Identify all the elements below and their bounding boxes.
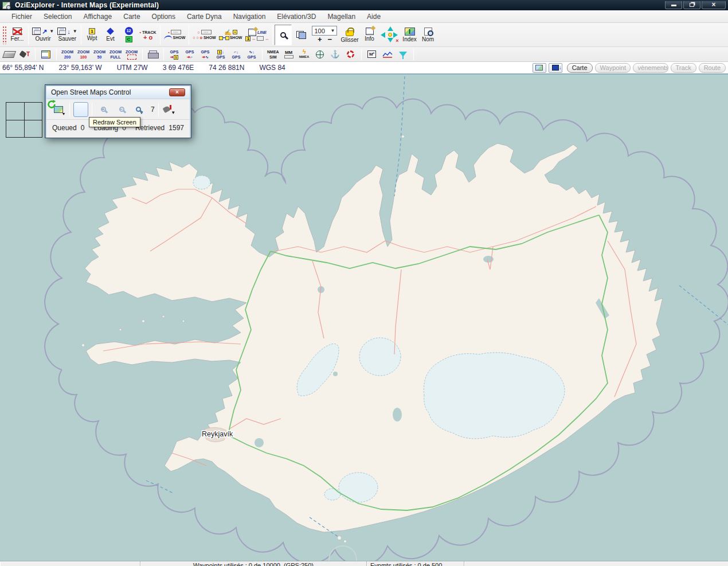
waypoint-button[interactable]: 1 Wpt	[83, 24, 101, 46]
menu-navigation[interactable]: Navigation	[228, 11, 272, 22]
zoom-out-button[interactable]: −	[327, 36, 332, 44]
restore-button[interactable]	[683, 1, 700, 9]
menu-magellan[interactable]: Magellan	[322, 11, 361, 22]
zoom-area-button[interactable]: ZOOM	[124, 48, 139, 61]
zoom-in-button[interactable]: +	[318, 36, 322, 44]
menu-carte-dyna[interactable]: Carte Dyna	[181, 11, 228, 22]
osm-zoom-out-button[interactable]: −	[114, 102, 129, 117]
show-waypoints-button[interactable]: ○▫▫▫ ○ ○ oSHOW	[191, 24, 217, 46]
send-routes-gps-button[interactable]: GPS ➜⌐	[183, 48, 197, 61]
filter-button[interactable]	[396, 48, 410, 61]
osm-control-dialog[interactable]: Open Street Maps Control × + −	[45, 84, 191, 138]
map-index-button[interactable]: I Index	[401, 24, 419, 46]
zoom-50-button[interactable]: ZOOM 50	[92, 48, 107, 61]
app-window: OziExplorer - Internet Maps (Experimenta…	[0, 0, 728, 566]
zoom-percent-combo[interactable]: 100 ▼	[312, 26, 337, 36]
save-map-button[interactable]: ↓▼ Sauver	[56, 24, 79, 46]
osm-zoom-level-button[interactable]: ▼	[132, 102, 147, 117]
area-calc-button[interactable]: M²	[365, 48, 379, 61]
osm-redraw-button[interactable]	[73, 102, 88, 117]
close-map-button[interactable]: Fer...	[8, 24, 26, 46]
find-track-button: Track	[671, 63, 696, 73]
combo-dropdown-icon: ▼	[331, 28, 335, 33]
anchor-alarm-button[interactable]: ⚓	[328, 48, 342, 61]
open-map-button[interactable]: ↗▼ Ouvrir	[30, 24, 56, 46]
save-dropdown-icon: ▼	[73, 29, 77, 34]
toolbar-grip[interactable]	[2, 26, 7, 44]
close-icon: ×	[711, 1, 715, 9]
menu-carte[interactable]: Carte	[118, 11, 146, 22]
zoom-200-button[interactable]: ZOOM 200	[60, 48, 75, 61]
menu-fichier[interactable]: Fichier	[6, 11, 38, 22]
menu-aide[interactable]: Aide	[361, 11, 386, 22]
menu-options[interactable]: Options	[146, 11, 181, 22]
name-search-button[interactable]: Nom	[419, 24, 437, 46]
osm-close-button[interactable]: ×	[169, 88, 185, 96]
ruler-icon	[2, 51, 16, 58]
map-canvas[interactable]: Reykjavík Open Street Maps Control ×	[0, 75, 728, 561]
osm-settings-button[interactable]: ▼	[162, 102, 177, 117]
osm-zoom-in-button[interactable]: +	[96, 102, 111, 117]
show-tracks-button[interactable]: ▪▫▫▫ SHOW	[162, 24, 187, 46]
drag-lock-button[interactable]: Glisser	[339, 24, 360, 46]
datum-readout: WGS 84	[259, 64, 285, 72]
zoom-rect-icon	[127, 54, 136, 60]
osm-zoom-level-value: 7	[151, 106, 155, 114]
latitude-readout: 66° 55,894' N	[2, 64, 44, 72]
zoom-full-button[interactable]: ZOOM FULL	[108, 48, 123, 61]
main-toolbar: Fer... ↗▼ Ouvrir ↓▼ Sauver 1 Wpt Evt 12 …	[0, 23, 728, 47]
event-button[interactable]: Evt	[101, 24, 120, 46]
notes-button[interactable]	[39, 48, 53, 61]
glacier-vatnajokull	[424, 353, 565, 439]
title-bar: OziExplorer - Internet Maps (Experimenta…	[0, 0, 728, 10]
pan-control[interactable]: ×	[379, 24, 401, 46]
get-routes-gps-button[interactable]: ⌐↓ GPS	[229, 48, 243, 61]
zoom-100-button[interactable]: ZOOM 100	[76, 48, 91, 61]
get-tracks-gps-button[interactable]: ∿↓ GPS	[245, 48, 259, 61]
nmea-comm-button[interactable]: ϟ NMEA	[298, 48, 311, 61]
waypoint-numbers-toggle[interactable]: 12 C	[120, 24, 138, 46]
zoom-in-lens-icon: +	[101, 107, 106, 112]
index-map-icon: I	[405, 28, 415, 36]
status-events: Evnmts utilisés : 0 de 500	[367, 561, 464, 566]
adjust-tool-button[interactable]	[18, 48, 32, 61]
get-waypoints-gps-button[interactable]: 1↓ GPS	[214, 48, 228, 61]
moving-map-button[interactable]: MM	[282, 48, 296, 61]
globe-icon	[316, 50, 324, 58]
glacier-drangajokull	[193, 175, 210, 189]
screenshot-button[interactable]	[533, 63, 546, 73]
refresh-icon	[46, 99, 57, 110]
menu-affichage[interactable]: Affichage	[77, 11, 118, 22]
find-carte-button[interactable]: Carte	[567, 63, 593, 73]
minimize-button[interactable]	[665, 1, 682, 9]
magnify-mode-button[interactable]	[275, 25, 292, 45]
close-button[interactable]: ×	[702, 1, 726, 9]
altitude-profile-button[interactable]	[381, 48, 394, 61]
northing-readout: 74 26 881N	[209, 64, 244, 72]
menu-elevation-3d[interactable]: Elévation/3D	[271, 11, 322, 22]
save-position-button[interactable]	[549, 63, 562, 73]
duplicate-window-button[interactable]	[292, 24, 310, 46]
app-icon	[2, 2, 10, 9]
printer-icon	[148, 50, 158, 58]
nmea-simulator-button[interactable]: NMEA SIM	[266, 48, 280, 61]
projection-button[interactable]	[313, 48, 327, 61]
print-button[interactable]	[146, 48, 160, 61]
send-tracks-gps-button[interactable]: GPS ➜∿	[198, 48, 212, 61]
measure-distance-button[interactable]	[2, 48, 16, 61]
osm-dialog-titlebar[interactable]: Open Street Maps Control ×	[46, 86, 190, 99]
status-empty-panel-right	[464, 561, 728, 566]
menu-selection[interactable]: Selection	[38, 11, 77, 22]
zoom-level-lens-icon	[136, 107, 141, 112]
redraw-tooltip: Redraw Screen	[89, 117, 140, 127]
anchor-icon: ⚓	[331, 50, 340, 58]
track-control-button[interactable]: ▪ TRACK + o	[138, 24, 158, 46]
name-line-tools[interactable]: LINE 1↔ ↔	[244, 24, 271, 46]
magnifier-icon	[280, 32, 286, 38]
mob-button[interactable]	[344, 48, 358, 61]
map-svg: Reykjavík	[0, 75, 728, 561]
zoom-out-lens-icon: −	[119, 107, 124, 112]
show-events-button[interactable]: ✍▪ SHOW	[218, 24, 244, 46]
send-waypoints-gps-button[interactable]: GPS ➜1	[167, 48, 181, 61]
info-button[interactable]: Info	[361, 24, 379, 46]
